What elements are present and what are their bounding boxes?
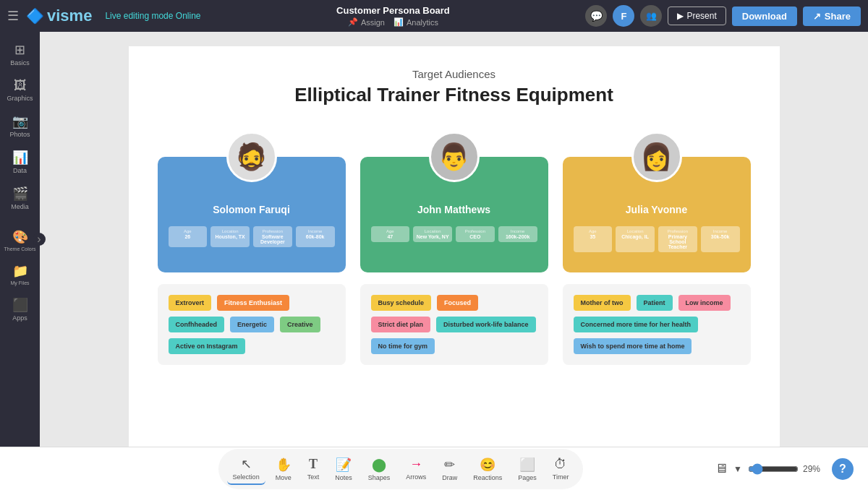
canvas-content: Target Audiences Elliptical Trainer Fitn… bbox=[129, 46, 780, 447]
persona-name-solomon: Solomon Faruqi bbox=[213, 204, 290, 215]
sidebar-item-apps[interactable]: ⬛ Apps bbox=[0, 293, 40, 326]
media-icon: 🎬 bbox=[12, 186, 28, 202]
tag-diet: Strict diet plan bbox=[371, 317, 431, 332]
topbar-left: ☰ 🔷 visme Live editing mode Online bbox=[7, 7, 200, 25]
chevron-down-icon[interactable]: ▼ bbox=[733, 464, 742, 474]
tag-extrovert: Extrovert bbox=[169, 295, 212, 311]
persona-card-julia[interactable]: 👩 Julia Yvonne Age35 LocationChicago, IL… bbox=[563, 157, 751, 272]
analytics-action[interactable]: 📊 Analytics bbox=[393, 17, 438, 27]
sidebar-item-my-files[interactable]: 📁 My Files bbox=[0, 259, 40, 290]
persona-info-julia: Age35 LocationChicago, IL ProfessionPrim… bbox=[574, 226, 740, 252]
canvas-area[interactable]: Target Audiences Elliptical Trainer Fitn… bbox=[40, 32, 868, 447]
info-chip-inc-s: Income60k-80k bbox=[296, 226, 335, 247]
info-chip-age-jy: Age35 bbox=[574, 226, 613, 252]
theme-colors-icon: 🎨 bbox=[12, 229, 28, 245]
sidebar-item-media[interactable]: 🎬 Media bbox=[0, 181, 40, 215]
persona-info-john: Age47 LocationNew York, NY ProfessionCEO… bbox=[371, 226, 537, 242]
sidebar-item-basics[interactable]: ⊞ Basics bbox=[0, 38, 40, 71]
tag-creative: Creative bbox=[280, 317, 320, 332]
sidebar-item-photos[interactable]: 📷 Photos bbox=[0, 109, 40, 142]
avatar-julia: 👩 bbox=[631, 132, 682, 182]
tool-text[interactable]: T Text bbox=[302, 454, 326, 483]
persona-card-john[interactable]: 👨 John Matthews Age47 LocationNew York, … bbox=[360, 157, 548, 272]
tool-move[interactable]: ✋ Move bbox=[270, 454, 297, 484]
assign-icon: 📌 bbox=[348, 17, 358, 27]
tag-busy: Busy schedule bbox=[371, 295, 432, 311]
tool-pages[interactable]: ⬜ Pages bbox=[512, 454, 542, 484]
info-chip-age-j: Age47 bbox=[371, 226, 410, 242]
info-chip-loc-jy: LocationChicago, IL bbox=[616, 226, 655, 252]
tool-label-timer: Timer bbox=[553, 473, 569, 481]
tags-card-julia: Mother of two Patient Low income Concern… bbox=[563, 284, 751, 365]
persona-card-solomon[interactable]: 🧔 Solomon Faruqi Age26 LocationHouston, … bbox=[158, 157, 346, 272]
toolbar: ↖ Selection ✋ Move T Text 📝 Notes ⬤ Shap… bbox=[0, 447, 868, 490]
assign-action[interactable]: 📌 Assign bbox=[348, 17, 385, 27]
topbar: ☰ 🔷 visme Live editing mode Online Custo… bbox=[0, 0, 868, 32]
screen-icon[interactable]: 🖥 bbox=[715, 461, 728, 476]
toolbar-tools: ↖ Selection ✋ Move T Text 📝 Notes ⬤ Shap… bbox=[218, 449, 584, 489]
sidebar-label-graphics: Graphics bbox=[7, 95, 33, 102]
tool-shapes[interactable]: ⬤ Shapes bbox=[362, 454, 396, 484]
analytics-icon: 📊 bbox=[393, 17, 404, 27]
avatar-john: 👨 bbox=[429, 132, 480, 182]
main-area: ⊞ Basics 🖼 Graphics 📷 Photos 📊 Data 🎬 Me… bbox=[0, 32, 868, 447]
my-files-icon: 📁 bbox=[12, 263, 28, 279]
sidebar-item-data[interactable]: 📊 Data bbox=[0, 145, 40, 179]
tag-fitness: Fitness Enthusiast bbox=[217, 295, 289, 311]
menu-icon[interactable]: ☰ bbox=[7, 8, 19, 24]
reactions-icon: 😊 bbox=[480, 457, 495, 473]
persona-name-julia: Julia Yvonne bbox=[626, 204, 687, 215]
tool-draw[interactable]: ✏ Draw bbox=[436, 454, 463, 484]
sidebar-label-theme-colors: Theme Colors bbox=[4, 246, 36, 252]
zoom-slider[interactable] bbox=[748, 463, 799, 475]
tool-notes[interactable]: 📝 Notes bbox=[329, 454, 358, 484]
sidebar-item-graphics[interactable]: 🖼 Graphics bbox=[0, 74, 40, 106]
basics-icon: ⊞ bbox=[14, 42, 25, 58]
help-button[interactable]: ? bbox=[832, 458, 854, 480]
graphics-icon: 🖼 bbox=[14, 78, 27, 93]
share-icon: ↗ bbox=[813, 11, 821, 22]
download-button[interactable]: Download bbox=[732, 7, 797, 26]
tag-confheaded: Confhheaded bbox=[169, 317, 225, 332]
section-title: Target Audiences bbox=[412, 68, 495, 80]
tag-mother: Mother of two bbox=[574, 295, 631, 311]
tool-selection[interactable]: ↖ Selection bbox=[227, 453, 265, 485]
comment-icon[interactable]: 💬 bbox=[585, 5, 607, 27]
move-icon: ✋ bbox=[276, 457, 292, 473]
sidebar-label-basics: Basics bbox=[10, 59, 30, 66]
tags-card-john: Busy schedule Focused Strict diet plan D… bbox=[360, 284, 548, 365]
avatar[interactable]: F bbox=[613, 5, 634, 27]
draw-icon: ✏ bbox=[444, 457, 455, 473]
arrows-icon: → bbox=[409, 457, 422, 472]
info-chip-inc-j: Income160k-200k bbox=[498, 226, 537, 242]
toolbar-right: 🖥 ▼ 29% ? bbox=[715, 458, 854, 480]
info-chip-inc-jy: Income30k-50k bbox=[701, 226, 740, 252]
sidebar-expand-toggle[interactable]: › bbox=[33, 233, 46, 246]
sidebar-label-my-files: My Files bbox=[10, 280, 29, 285]
tool-label-text: Text bbox=[307, 473, 320, 481]
tool-reactions[interactable]: 😊 Reactions bbox=[467, 454, 508, 484]
tool-label-move: Move bbox=[276, 474, 292, 481]
pages-icon: ⬜ bbox=[519, 457, 535, 473]
tool-label-selection: Selection bbox=[233, 473, 260, 481]
present-button[interactable]: ▶ Present bbox=[668, 7, 726, 25]
shapes-icon: ⬤ bbox=[372, 457, 386, 473]
collab-icon[interactable]: 👥 bbox=[640, 5, 662, 27]
tag-instagram: Active on Instagram bbox=[169, 338, 245, 354]
share-button[interactable]: ↗ Share bbox=[803, 7, 861, 26]
zoom-value: 29% bbox=[803, 464, 826, 474]
info-chip-prof-s: ProfessionSoftware Developer bbox=[253, 226, 292, 247]
avatar-solomon: 🧔 bbox=[226, 132, 277, 182]
tool-arrows[interactable]: → Arrows bbox=[400, 454, 432, 483]
sidebar: ⊞ Basics 🖼 Graphics 📷 Photos 📊 Data 🎬 Me… bbox=[0, 32, 40, 447]
topbar-center: Customer Persona Board 📌 Assign 📊 Analyt… bbox=[208, 5, 578, 27]
project-actions: 📌 Assign 📊 Analytics bbox=[348, 17, 438, 27]
tool-label-draw: Draw bbox=[442, 474, 457, 481]
text-icon: T bbox=[309, 457, 318, 472]
tag-health: Concerned more time for her health bbox=[574, 317, 699, 332]
tool-label-reactions: Reactions bbox=[473, 474, 502, 481]
tag-focused: Focused bbox=[437, 295, 478, 311]
tool-timer[interactable]: ⏱ Timer bbox=[547, 454, 575, 483]
tag-energetic: Energetic bbox=[230, 317, 274, 332]
play-icon: ▶ bbox=[677, 11, 684, 21]
